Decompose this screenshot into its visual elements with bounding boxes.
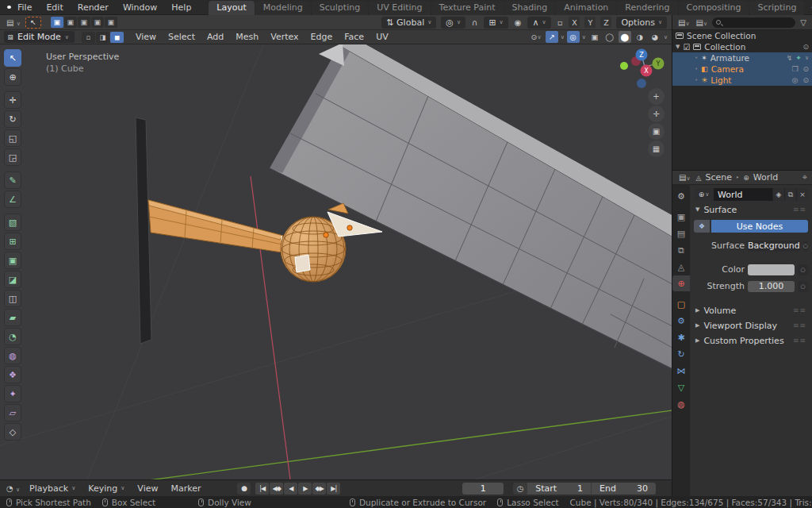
menu-view[interactable]: View bbox=[131, 31, 161, 43]
next-keyframe-button[interactable]: ◆▶ bbox=[312, 483, 326, 495]
select-subtract-mode[interactable]: ▣ bbox=[78, 17, 90, 28]
show-gizmos-toggle[interactable]: ↗ bbox=[546, 31, 558, 43]
tab-animation[interactable]: Animation bbox=[556, 1, 616, 15]
tool-bevel[interactable]: ◪ bbox=[4, 271, 21, 288]
overlays-dropdown[interactable]: ∨ bbox=[582, 34, 586, 40]
gizmos-dropdown[interactable]: ∨ bbox=[561, 34, 565, 40]
outliner-row-collection[interactable]: ▼ ☑ Collection ⊙ bbox=[672, 41, 812, 52]
tool-transform[interactable]: ◲ bbox=[4, 148, 21, 166]
drag-handle-icon[interactable]: ≡≡ bbox=[793, 206, 806, 214]
zoom-button[interactable]: + bbox=[648, 88, 665, 105]
tool-add-cube[interactable]: ▧ bbox=[4, 214, 21, 231]
edge-select-mode[interactable]: ◨ bbox=[96, 32, 109, 43]
eye-icon[interactable]: ⊙ bbox=[802, 65, 809, 73]
tool-shrink-fatten[interactable]: ✦ bbox=[4, 385, 21, 402]
tool-extrude-region[interactable]: ⊞ bbox=[4, 233, 21, 250]
object-visibility-dropdown[interactable]: ⊙∨ bbox=[530, 31, 543, 43]
tab-world[interactable]: ⊕ bbox=[672, 275, 690, 291]
start-frame-field[interactable]: Start1 bbox=[527, 483, 591, 495]
editor-type-icon[interactable]: ▤ ∨ bbox=[5, 18, 22, 27]
select-invert-mode[interactable]: ▣ bbox=[91, 17, 104, 28]
eye-icon[interactable]: ⊙ bbox=[802, 76, 809, 84]
current-frame-field[interactable]: 1 bbox=[462, 483, 504, 495]
new-world-button[interactable]: ⧉ bbox=[784, 188, 796, 201]
use-preview-range-toggle[interactable]: ◷ bbox=[513, 483, 527, 495]
menu-edit[interactable]: Edit bbox=[40, 2, 69, 13]
tool-smooth[interactable]: ◍ bbox=[4, 347, 21, 364]
tool-select-box[interactable]: ↖ bbox=[4, 49, 21, 67]
expand-arrow-icon[interactable]: ▼ bbox=[676, 44, 680, 50]
tab-material[interactable]: ◍ bbox=[672, 396, 690, 412]
menu-help[interactable]: Help bbox=[165, 2, 197, 13]
menu-select[interactable]: Select bbox=[163, 31, 200, 43]
surface-type-dropdown[interactable]: Background bbox=[748, 241, 800, 252]
tool-scale[interactable]: ◱ bbox=[4, 129, 21, 147]
face-select-mode[interactable]: ◼ bbox=[110, 32, 124, 43]
viewport-display-panel-header[interactable]: ▶ Viewport Display ≡≡ bbox=[694, 319, 808, 332]
marker-menu[interactable]: Marker bbox=[166, 483, 205, 495]
playback-menu[interactable]: Playback∨ bbox=[25, 483, 80, 495]
strength-slider[interactable]: 1.000 bbox=[748, 281, 795, 292]
menu-vertex[interactable]: Vertex bbox=[266, 31, 303, 43]
volume-panel-header[interactable]: ▶ Volume ≡≡ bbox=[694, 304, 808, 317]
xray-toggle[interactable]: ▣ bbox=[588, 31, 601, 43]
animate-dot[interactable]: ○ bbox=[798, 264, 808, 275]
tool-poly-build[interactable]: ▰ bbox=[4, 309, 21, 326]
tab-particles[interactable]: ✱ bbox=[672, 329, 690, 345]
shading-material[interactable]: ◑ bbox=[634, 31, 646, 43]
3d-viewport[interactable]: Z Y X User Perspective (1) Cube ↖ ⊕ bbox=[0, 44, 672, 479]
tab-layout[interactable]: Layout bbox=[209, 1, 254, 15]
options-dropdown[interactable]: Options∨ bbox=[616, 17, 667, 29]
outliner-row-armature[interactable]: • ✶ Armature ↯ ✦ ∨ bbox=[672, 52, 812, 64]
menu-uv[interactable]: UV bbox=[371, 31, 393, 43]
breadcrumb-scene[interactable]: Scene bbox=[706, 172, 733, 183]
tool-shear[interactable]: ▱ bbox=[4, 404, 21, 421]
shading-rendered[interactable]: ◕ bbox=[649, 31, 661, 43]
tab-physics[interactable]: ↻ bbox=[672, 346, 690, 362]
menu-edge[interactable]: Edge bbox=[306, 31, 338, 43]
outliner-display-mode-dropdown[interactable]: ▤∨ bbox=[676, 18, 691, 27]
unlink-world-button[interactable]: × bbox=[796, 188, 808, 201]
animate-dot[interactable]: ○ bbox=[803, 241, 808, 252]
tab-texture-paint[interactable]: Texture Paint bbox=[431, 1, 504, 15]
play-reverse-button[interactable]: ◀ bbox=[284, 483, 297, 495]
tab-tool[interactable]: ⚙ bbox=[672, 188, 690, 204]
jump-to-end-button[interactable]: ▶| bbox=[327, 483, 340, 495]
light-data-icon[interactable]: ◎ bbox=[792, 76, 799, 84]
menu-file[interactable]: File bbox=[11, 2, 38, 13]
tab-render[interactable]: ▣ bbox=[672, 209, 690, 225]
outliner-row-camera[interactable]: • ◧ Camera ❒ ⊙ bbox=[672, 64, 812, 75]
tab-output[interactable]: ▤ bbox=[672, 225, 690, 241]
custom-properties-panel-header[interactable]: ▶ Custom Properties ≡≡ bbox=[694, 334, 808, 347]
tab-sculpting[interactable]: Sculpting bbox=[312, 1, 368, 15]
add-workspace-button[interactable]: + bbox=[805, 1, 812, 15]
camera-data-icon[interactable]: ❒ bbox=[791, 65, 798, 73]
tab-object[interactable]: ▢ bbox=[672, 296, 690, 312]
menu-render[interactable]: Render bbox=[71, 2, 115, 13]
menu-face[interactable]: Face bbox=[339, 31, 369, 43]
auto-keying-button[interactable]: ● bbox=[237, 483, 251, 495]
tab-shading[interactable]: Shading bbox=[504, 1, 556, 15]
tool-move[interactable]: ✛ bbox=[4, 91, 21, 109]
outliner-row-scene-collection[interactable]: Scene Collection bbox=[672, 30, 812, 41]
tool-measure[interactable]: ∠ bbox=[4, 190, 21, 208]
tab-compositing[interactable]: Compositing bbox=[679, 1, 749, 15]
drag-handle-icon[interactable]: ≡≡ bbox=[793, 321, 806, 329]
world-icon[interactable]: ⊕∨ bbox=[694, 188, 714, 201]
falloff-dropdown[interactable]: ∧∨ bbox=[527, 17, 550, 29]
prev-keyframe-button[interactable]: ◀◆ bbox=[270, 483, 283, 495]
breadcrumb-world[interactable]: World bbox=[753, 172, 779, 183]
camera-view-button[interactable]: ▣ bbox=[648, 123, 665, 140]
pin-icon[interactable]: ⌖ bbox=[802, 172, 807, 183]
view-menu[interactable]: View bbox=[132, 483, 163, 495]
properties-editor-type-icon[interactable]: ▤∨ bbox=[677, 173, 692, 182]
menu-add[interactable]: Add bbox=[202, 31, 228, 43]
mirror-y-button[interactable]: Y bbox=[584, 17, 596, 28]
mode-dropdown[interactable]: ⧈ Edit Mode ∨ bbox=[4, 31, 75, 43]
chevron-down-icon[interactable]: ∨ bbox=[805, 55, 809, 61]
tab-view-layer[interactable]: ⧉ bbox=[672, 242, 690, 258]
world-name-field[interactable]: World bbox=[714, 188, 772, 201]
tab-rendering[interactable]: Rendering bbox=[617, 1, 677, 15]
collection-checkbox[interactable]: ☑ bbox=[683, 43, 690, 52]
pose-icon[interactable]: ✦ bbox=[795, 54, 802, 62]
